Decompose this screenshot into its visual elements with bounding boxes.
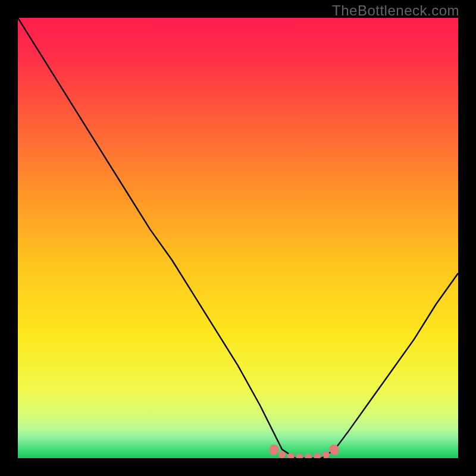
- gradient-background: [18, 18, 458, 458]
- chart-frame: TheBottleneck.com: [0, 0, 476, 476]
- flat-marker-dot: [322, 451, 330, 458]
- bottleneck-chart: [18, 18, 458, 458]
- flat-marker-dot: [278, 451, 286, 458]
- flat-marker-endcap: [329, 444, 339, 454]
- flat-marker-endcap: [270, 444, 279, 454]
- watermark-text: TheBottleneck.com: [332, 2, 459, 19]
- plot-area: [18, 18, 458, 458]
